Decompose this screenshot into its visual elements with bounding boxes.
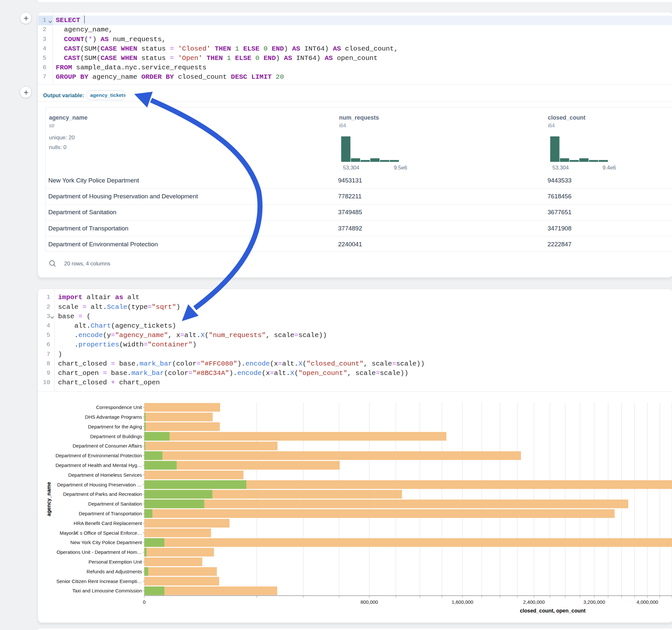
- svg-text:800,000: 800,000: [360, 599, 378, 605]
- svg-text:0: 0: [143, 599, 146, 605]
- svg-text:2,400,000: 2,400,000: [523, 599, 545, 605]
- svg-text:DHS Advantage Programs: DHS Advantage Programs: [85, 414, 142, 420]
- svg-text:1,600,000: 1,600,000: [452, 599, 473, 605]
- svg-text:Department of Consumer Affairs: Department of Consumer Affairs: [73, 443, 142, 449]
- svg-text:Department of Environmental Pr: Department of Environmental Protection: [55, 453, 142, 458]
- svg-text:Department of Health and Menta: Department of Health and Mental Hyg…: [55, 462, 142, 468]
- svg-text:Department of Homeless Service: Department of Homeless Services: [68, 472, 142, 478]
- svg-text:Department of Parks and Recrea: Department of Parks and Recreation: [63, 491, 142, 497]
- svg-text:Personal Exemption Unit: Personal Exemption Unit: [89, 559, 142, 564]
- svg-text:Correspondence Unit: Correspondence Unit: [96, 405, 142, 410]
- svg-text:Department of Housing Preserva: Department of Housing Preservation …: [57, 482, 142, 487]
- svg-text:Department of Buildings: Department of Buildings: [90, 434, 142, 439]
- svg-text:4,000,000: 4,000,000: [637, 599, 658, 605]
- svg-text:Senior Citizen Rent Increase E: Senior Citizen Rent Increase Exempti…: [56, 579, 142, 584]
- svg-text:Mayorâ€ s Office of Special En: Mayorâ€ s Office of Special Enforce…: [59, 530, 142, 536]
- svg-text:Operations Unit - Department o: Operations Unit - Department of Hom…: [57, 549, 142, 555]
- svg-text:New York City Police Departmen: New York City Police Department: [70, 539, 142, 545]
- svg-text:closed_count, open_count: closed_count, open_count: [520, 608, 586, 613]
- svg-text:Refunds and Adjustments: Refunds and Adjustments: [87, 569, 142, 574]
- svg-text:3,200,000: 3,200,000: [583, 599, 605, 605]
- svg-text:Department of Sanitation: Department of Sanitation: [88, 501, 142, 507]
- svg-text:agency_name: agency_name: [46, 482, 51, 516]
- svg-text:Taxi and Limousine Commission: Taxi and Limousine Commission: [72, 588, 142, 593]
- svg-text:Department for the Aging: Department for the Aging: [88, 424, 142, 429]
- svg-text:HRA Benefit Card Replacement: HRA Benefit Card Replacement: [74, 520, 142, 526]
- svg-text:Department of Transportation: Department of Transportation: [79, 511, 142, 516]
